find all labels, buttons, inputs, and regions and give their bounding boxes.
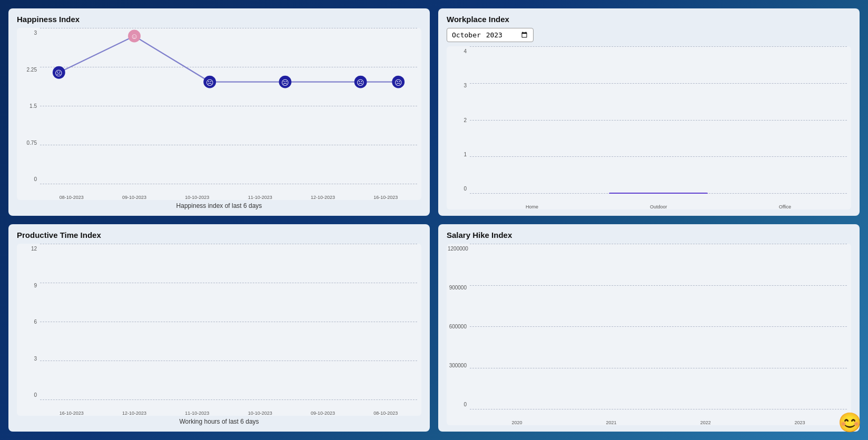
sal-y-300k: 300000: [448, 363, 469, 368]
y-label-075: 0.75: [18, 140, 39, 146]
wp-y-0: 0: [448, 186, 469, 192]
svg-text:☹: ☹: [357, 78, 364, 87]
happiness-x-labels: 08-10-2023 09-10-2023 10-10-2023 11-10-2…: [40, 185, 417, 200]
y-label-15: 1.5: [18, 103, 39, 109]
happiness-y-labels: 0 0.75 1.5 2.25 3: [17, 28, 40, 184]
workplace-y-labels: 0 1 2 3 4: [447, 46, 470, 194]
wp-x-outdoor: Outdoor: [650, 204, 667, 209]
happiness-panel: Happiness Index 0 0.75 1.5 2.25 3: [8, 8, 430, 216]
wp-x-office: Office: [779, 204, 791, 209]
x-label-4: 12-10-2023: [311, 195, 335, 200]
workplace-x-labels: Home Outdoor Office: [470, 195, 847, 209]
productive-bars: [40, 244, 417, 400]
wp-y-2: 2: [448, 117, 469, 123]
happiness-chart-area: 0 0.75 1.5 2.25 3 ☹ ☺: [17, 28, 421, 200]
sal-y-600k: 600000: [448, 324, 469, 329]
prod-x-1011: 11-10-2023: [185, 411, 209, 416]
wp-y-4: 4: [448, 48, 469, 54]
workplace-date-input[interactable]: [447, 28, 534, 42]
salary-bars: [470, 244, 847, 409]
sal-x-2022: 2022: [700, 420, 711, 425]
svg-text:☹: ☹: [206, 78, 214, 87]
happiness-line-chart: ☹ ☺ ☹ ☹ ☹ ☹: [40, 28, 417, 166]
prod-x-1012: 12-10-2023: [122, 411, 146, 416]
workplace-controls: [447, 28, 851, 42]
wp-y-1: 1: [448, 152, 469, 157]
prod-x-1016: 16-10-2023: [60, 411, 84, 416]
salary-panel: Salary Hike Index 0 300000 600000 900000…: [438, 224, 860, 432]
svg-text:☹: ☹: [281, 78, 289, 87]
wp-x-home: Home: [526, 204, 538, 209]
svg-text:☹: ☹: [55, 69, 63, 77]
salary-x-labels: 2020 2021 2022 2023: [470, 411, 847, 425]
productive-title: Productive Time Index: [17, 231, 421, 239]
prod-y-3: 3: [18, 356, 39, 362]
sal-x-2020: 2020: [511, 420, 522, 425]
x-label-1: 09-10-2023: [122, 195, 146, 200]
floating-emoji: 😊: [838, 412, 862, 434]
bar-outdoor-bar: [609, 193, 708, 194]
sal-x-2021: 2021: [606, 420, 616, 425]
svg-text:☹: ☹: [394, 78, 402, 87]
prod-x-1008: 08-10-2023: [373, 411, 398, 416]
productive-chart-area: 0 3 6 9 12: [17, 244, 421, 416]
prod-y-0: 0: [18, 392, 39, 398]
y-label-225: 2.25: [18, 67, 39, 73]
sal-y-900k: 900000: [448, 285, 469, 291]
y-label-0: 0: [18, 176, 39, 182]
happiness-caption: Happiness index of last 6 days: [17, 202, 421, 209]
wp-y-3: 3: [448, 83, 469, 88]
x-label-5: 16-10-2023: [373, 195, 398, 200]
happiness-title: Happiness Index: [17, 15, 421, 24]
salary-title: Salary Hike Index: [447, 231, 851, 239]
salary-y-labels: 0 300000 600000 900000 1200000: [447, 244, 470, 409]
bar-outdoor: [597, 193, 721, 194]
sal-y-0: 0: [448, 402, 469, 407]
productive-x-labels: 16-10-2023 12-10-2023 11-10-2023 10-10-2…: [40, 401, 417, 416]
salary-chart-area: 0 300000 600000 900000 1200000: [447, 244, 851, 425]
productive-panel: Productive Time Index 0 3 6 9 12: [8, 224, 430, 432]
workplace-chart-area: 0 1 2 3 4: [447, 46, 851, 209]
prod-y-6: 6: [18, 319, 39, 325]
productive-caption: Working hours of last 6 days: [17, 418, 421, 425]
svg-text:☺: ☺: [131, 32, 139, 41]
sal-x-2023: 2023: [794, 420, 805, 425]
prod-y-12: 12: [18, 246, 39, 252]
productive-y-labels: 0 3 6 9 12: [17, 244, 40, 400]
workplace-title: Workplace Index: [447, 15, 851, 24]
x-label-0: 08-10-2023: [60, 195, 84, 200]
prod-x-1010: 10-10-2023: [248, 411, 272, 416]
x-label-3: 11-10-2023: [248, 195, 272, 200]
workplace-bars: [470, 46, 847, 194]
prod-x-1009: 09-10-2023: [311, 411, 335, 416]
sal-y-1200k: 1200000: [448, 246, 469, 252]
y-label-3: 3: [18, 30, 39, 36]
x-label-2: 10-10-2023: [185, 195, 209, 200]
prod-y-9: 9: [18, 283, 39, 288]
workplace-panel: Workplace Index 0 1 2 3 4: [438, 8, 860, 216]
